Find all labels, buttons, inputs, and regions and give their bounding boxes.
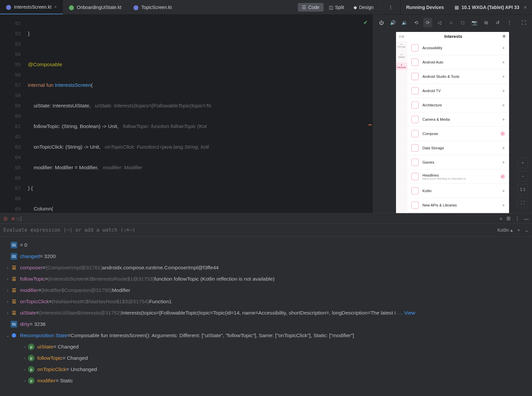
plus-icon[interactable]: +	[502, 45, 505, 51]
power-icon[interactable]: ⏻	[377, 18, 386, 27]
topic-row[interactable]: Kotlin +	[407, 184, 509, 198]
lang-selector[interactable]: Kotlin ▴	[497, 227, 513, 233]
plus-icon[interactable]: +	[502, 117, 505, 122]
zoom-in-button[interactable]: +	[517, 158, 528, 168]
expand-arrow[interactable]: ›	[22, 375, 28, 386]
file-tab-onboarding[interactable]: ⬤ OnboardingUiState.kt	[63, 0, 127, 14]
plus-icon[interactable]: +	[502, 60, 505, 65]
record-icon[interactable]: ⧉	[481, 18, 490, 27]
home-icon[interactable]: ○	[447, 18, 456, 27]
rail-saved[interactable]: ▭Saved	[396, 52, 407, 60]
code-mode-button[interactable]: ☰ Code	[298, 3, 323, 12]
plus-icon[interactable]: +	[502, 74, 505, 79]
variable-row[interactable]: › p uiState = Changed	[2, 341, 530, 352]
plus-icon[interactable]: +	[502, 145, 505, 151]
volume-up-icon[interactable]: 🔊	[388, 18, 397, 27]
plus-icon[interactable]: +	[502, 88, 505, 93]
back-icon[interactable]: ◁	[435, 18, 444, 27]
topic-icon	[411, 59, 419, 66]
topic-row[interactable]: Accessibility +	[407, 41, 509, 55]
plus-icon[interactable]: +	[502, 102, 505, 108]
topic-icon	[411, 101, 419, 109]
more-icon[interactable]: ⋮	[515, 215, 520, 221]
variable-row[interactable]: 01 changed = 3200	[2, 251, 530, 262]
check-icon[interactable]: ✔	[363, 19, 368, 26]
design-mode-button[interactable]: ◆ Design	[349, 3, 378, 12]
nav-rail: ▭For you ▭Saved #Interests	[396, 41, 407, 212]
object-icon: ☰	[11, 287, 17, 294]
topic-row[interactable]: Architecture +	[407, 98, 509, 112]
plus-icon[interactable]: +	[502, 202, 505, 208]
close-icon[interactable]: ×	[524, 5, 527, 10]
variable-row[interactable]: › p onTopicClick = Unchanged	[2, 364, 530, 375]
overview-icon[interactable]: □	[458, 18, 467, 27]
topic-row[interactable]: Data Storage +	[407, 141, 509, 155]
topic-row[interactable]: Camera & Media +	[407, 112, 509, 127]
expand-arrow[interactable]: ›	[5, 296, 11, 307]
topic-row[interactable]: Android Studio & Tools +	[407, 69, 509, 84]
view-link[interactable]: … View	[398, 307, 415, 319]
screenshot-icon[interactable]: 📷	[470, 18, 479, 27]
expand-arrow[interactable]: ›	[5, 285, 11, 296]
variable-row[interactable]: › ☰ modifier = {Modifier$Companion@31755…	[2, 285, 530, 296]
rail-interests[interactable]: #Interests	[396, 63, 407, 70]
topic-row[interactable]: Compose ✓	[407, 127, 509, 141]
check-icon[interactable]: ✓	[500, 174, 505, 179]
zoom-out-button[interactable]: −	[517, 171, 528, 182]
more-icon[interactable]: ⋮	[505, 18, 514, 27]
close-icon[interactable]: ×	[54, 4, 57, 10]
variable-row[interactable]: › p followTopic = Changed	[2, 352, 530, 364]
rotate-left-icon[interactable]: ⟲	[412, 18, 421, 27]
rail-foryou[interactable]: ▭For you	[396, 42, 407, 49]
emulator-screen[interactable]: Edit Interests ⚙ ▭For you ▭Saved #Intere…	[396, 32, 509, 213]
zoom-reset-button[interactable]: ⛶	[517, 198, 528, 208]
running-devices-tab[interactable]: Running Devices	[401, 0, 449, 14]
gear-icon[interactable]: ⚙	[502, 34, 506, 39]
evaluate-bar[interactable]: Evaluate expression (⏎) or add a watch (…	[0, 224, 532, 237]
topic-row[interactable]: New APIs & Libraries +	[407, 198, 509, 212]
plus-icon[interactable]: +	[502, 188, 505, 194]
topics-list[interactable]: Accessibility + Android Auto + Android S…	[407, 41, 509, 212]
zoom-fit-button[interactable]: 1:1	[517, 184, 528, 195]
file-tab-topic[interactable]: ⬤ TopicScreen.kt	[127, 0, 178, 14]
minimize-icon[interactable]: —	[524, 216, 529, 221]
variable-row[interactable]: › ☰ followTopic = {InterestsScreenKt$Int…	[2, 273, 530, 285]
object-icon: ☰	[11, 276, 17, 282]
expand-arrow[interactable]: ›	[22, 341, 28, 352]
expand-icon[interactable]: ⛶	[519, 18, 528, 27]
layout-icon[interactable]: ⊞	[506, 215, 511, 221]
variable-row[interactable]: › p modifier = Static	[2, 375, 530, 386]
chevron-down-icon[interactable]: ⌄	[525, 227, 529, 233]
variable-row[interactable]: 01 dirty = 3236	[2, 319, 530, 330]
volume-down-icon[interactable]: 🔉	[400, 18, 409, 27]
file-tab-interests[interactable]: ⬤ InterestsScreen.kt ×	[0, 0, 63, 14]
expand-arrow[interactable]: ›	[22, 352, 28, 364]
variable-row[interactable]: 01 = 0	[2, 239, 530, 251]
topic-row[interactable]: Android Auto +	[407, 55, 509, 69]
settings-icon[interactable]: ↺	[493, 18, 502, 27]
variables-tree[interactable]: 01 = 0 01 changed = 3200 › ☰ composer = …	[0, 237, 532, 396]
variable-row[interactable]: › ☰ uiState = {InterestsUiState$Interest…	[2, 307, 530, 319]
split-mode-button[interactable]: ◫ Split	[325, 3, 348, 12]
code-area[interactable]: } @Composable internal fun InterestsScre…	[27, 15, 372, 213]
expand-arrow[interactable]: ⌄	[5, 330, 11, 341]
expand-arrow[interactable]: ›	[5, 307, 11, 319]
emulator-tab[interactable]: ▦ 10.1 WXGA (Tablet) API 33 ×	[449, 0, 532, 14]
topic-row[interactable]: HeadlinesNews you'll definitely be inter…	[407, 170, 509, 184]
variable-row[interactable]: › ☰ composer = {ComposerImpl@31761} andr…	[2, 262, 530, 273]
edit-icon[interactable]: Edit	[399, 35, 405, 38]
rotate-right-icon[interactable]: ⟳	[423, 18, 432, 27]
topic-row[interactable]: Android TV +	[407, 84, 509, 98]
expand-arrow[interactable]: ›	[5, 262, 11, 273]
topic-label: Headlines	[423, 173, 439, 177]
add-watch-icon[interactable]: +	[517, 227, 520, 233]
variable-row[interactable]: ⌄ ⬢ Recomposition State = Composable fun…	[2, 330, 530, 341]
more-icon[interactable]: ⋮	[384, 3, 397, 12]
expand-arrow[interactable]: ›	[5, 273, 11, 285]
variable-row[interactable]: › ☰ onTopicClick = {NiaNavHostKt$NiaNavH…	[2, 296, 530, 307]
topic-row[interactable]: Games +	[407, 155, 509, 170]
check-icon[interactable]: ✓	[500, 131, 505, 136]
expand-arrow[interactable]: ›	[22, 364, 28, 375]
close-icon[interactable]: ×	[499, 216, 502, 221]
plus-icon[interactable]: +	[502, 160, 505, 165]
